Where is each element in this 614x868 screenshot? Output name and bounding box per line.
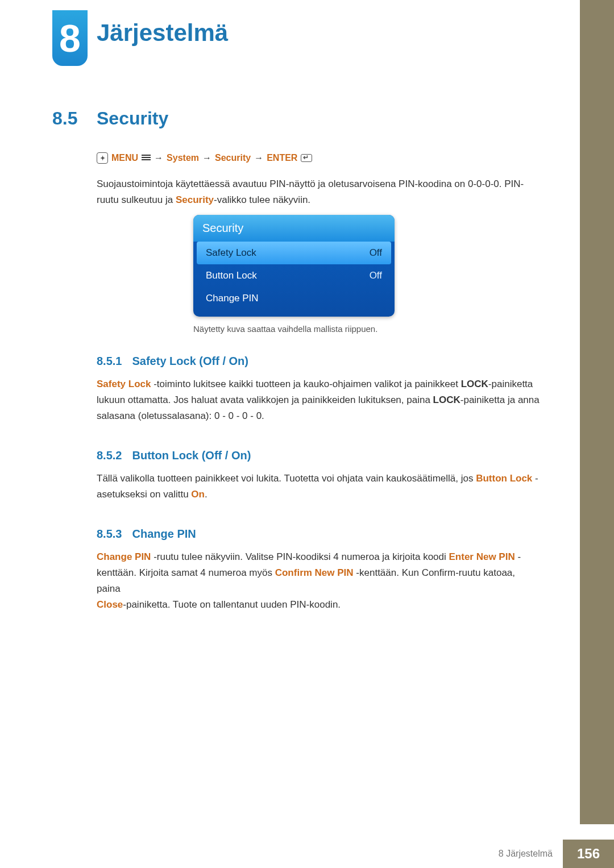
s1-t3: LOCK xyxy=(461,379,488,389)
s2-t3: - xyxy=(532,473,538,484)
subsection-852-paragraph: Tällä valikolla tuotteen painikkeet voi … xyxy=(97,471,540,502)
osm-row-safety-lock[interactable]: Safety Lock Off xyxy=(197,242,391,264)
intro-line2-post: -valikko tulee näkyviin. xyxy=(214,194,310,205)
osm-label-change-pin: Change PIN xyxy=(206,293,259,304)
s1-t7: -painiketta ja anna xyxy=(460,394,540,405)
intro-paragraph: Suojaustoimintoja käytettäessä avautuu P… xyxy=(97,176,540,208)
enter-icon xyxy=(301,154,312,162)
s3-t5: kenttään. Kirjoita samat 4 numeroa myös xyxy=(97,567,275,578)
intro-line2-accent: Security xyxy=(176,194,214,205)
subsection-852-title: Button Lock (Off / On) xyxy=(132,449,251,462)
osm-caption: Näytetty kuva saattaa vaihdella mallista… xyxy=(193,324,478,334)
footer-page-number: 156 xyxy=(563,840,614,868)
breadcrumb-arrow-2: → xyxy=(202,153,211,163)
osm-row-change-pin[interactable]: Change PIN xyxy=(197,287,391,310)
osm-row-button-lock[interactable]: Button Lock Off xyxy=(197,264,391,287)
chapter-title: Järjestelmä xyxy=(97,19,228,47)
s2-t4: asetukseksi on valittu xyxy=(97,489,191,500)
breadcrumb-arrow-3: → xyxy=(254,153,263,163)
s2-t2: Button Lock xyxy=(476,473,532,484)
s3-t8: Close xyxy=(97,599,123,610)
s3-t2: -ruutu tulee näkyviin. Valitse PIN-koodi… xyxy=(151,551,449,562)
osm-label-button-lock: Button Lock xyxy=(206,270,257,281)
subsection-853-number: 8.5.3 xyxy=(97,528,122,541)
footer: 8 Järjestelmä 156 xyxy=(0,840,614,868)
subsection-853-title: Change PIN xyxy=(132,528,196,541)
breadcrumb-security-label: Security xyxy=(215,153,251,163)
subsection-851-paragraph: Safety Lock -toiminto lukitsee kaikki tu… xyxy=(97,376,540,424)
breadcrumb-menu-label: MENU xyxy=(111,153,138,163)
s2-t1: Tällä valikolla tuotteen painikkeet voi … xyxy=(97,473,476,484)
subsection-851-title: Safety Lock (Off / On) xyxy=(132,355,248,368)
section-title: Security xyxy=(97,108,168,129)
s1-t6: LOCK xyxy=(433,394,460,405)
subsection-853-paragraph: Change PIN -ruutu tulee näkyviin. Valits… xyxy=(97,549,540,613)
s2-t6: . xyxy=(205,489,208,500)
subsection-851-heading: 8.5.1 Safety Lock (Off / On) xyxy=(97,355,248,368)
osm-title: Security xyxy=(193,215,395,242)
s1-t5: lukuun ottamatta. Jos haluat avata valik… xyxy=(97,394,433,405)
remote-icon: ✦ xyxy=(97,152,108,164)
chapter-number-tab: 8 xyxy=(52,10,88,66)
menu-icon xyxy=(142,155,151,161)
sidebar-stripe xyxy=(580,0,614,824)
osm-label-safety-lock: Safety Lock xyxy=(206,247,256,259)
breadcrumb-enter-label: ENTER xyxy=(267,153,297,163)
s3-t1: Change PIN xyxy=(97,551,151,562)
s1-t4: -painiketta xyxy=(488,379,533,389)
subsection-851-number: 8.5.1 xyxy=(97,355,122,368)
s3-t4: - xyxy=(515,551,521,562)
osm-value-button-lock: Off xyxy=(370,270,382,281)
s3-t3: Enter New PIN xyxy=(449,551,515,562)
subsection-853-heading: 8.5.3 Change PIN xyxy=(97,528,196,541)
breadcrumb-arrow-1: → xyxy=(154,153,163,163)
osm-value-safety-lock: Off xyxy=(370,247,382,259)
page: 8 Järjestelmä 8.5 Security ✦ MENU → Syst… xyxy=(0,0,614,868)
section-number: 8.5 xyxy=(52,108,77,129)
s2-t5: On xyxy=(191,489,205,500)
s1-t2: -toiminto lukitsee kaikki tuotteen ja ka… xyxy=(151,379,460,389)
subsection-852-heading: 8.5.2 Button Lock (Off / On) xyxy=(97,449,251,462)
s1-t1: Safety Lock xyxy=(97,379,151,389)
intro-line2-pre: ruutu sulkeutuu ja xyxy=(97,194,176,205)
breadcrumb-system-label: System xyxy=(167,153,199,163)
intro-line1: Suojaustoimintoja käytettäessä avautuu P… xyxy=(97,178,524,189)
s3-t6: Confirm New PIN xyxy=(275,567,354,578)
subsection-852-number: 8.5.2 xyxy=(97,449,122,462)
s1-t8: salasana (oletussalasana): 0 - 0 - 0 - 0… xyxy=(97,410,264,421)
footer-label: 8 Järjestelmä xyxy=(499,849,553,859)
onscreen-security-menu: Security Safety Lock Off Button Lock Off… xyxy=(193,215,395,317)
s3-t9: -painiketta. Tuote on tallentanut uuden … xyxy=(123,599,341,610)
breadcrumb: ✦ MENU → System → Security → ENTER xyxy=(97,152,312,164)
